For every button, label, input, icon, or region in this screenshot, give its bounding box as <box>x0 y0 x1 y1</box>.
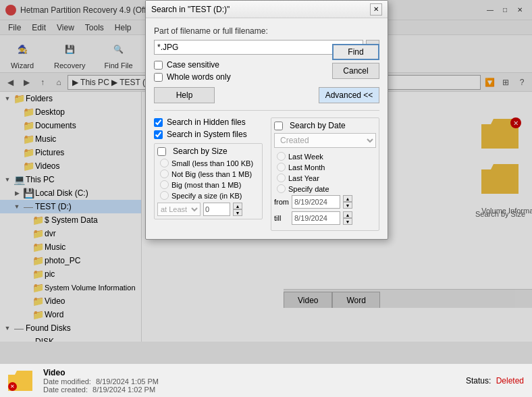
search-system-checkbox[interactable] <box>154 130 163 139</box>
size-small-row: Small (less than 100 KB) <box>157 159 259 167</box>
from-date-input[interactable] <box>292 195 340 209</box>
status-detail-2: Date created: 8/19/2024 1:02 PM <box>43 386 455 394</box>
till-date-input[interactable] <box>292 211 340 225</box>
size-spinners: ▲ ▼ <box>233 203 242 216</box>
dialog-title-bar: Search in "TEST (D:)" ✕ <box>146 1 388 18</box>
date-lastyear-radio[interactable] <box>277 174 286 182</box>
from-up-button[interactable]: ▲ <box>343 195 352 202</box>
date-lastyear-row: Last Year <box>274 174 376 182</box>
status-info: Video Date modified: 8/19/2024 1:05 PM D… <box>43 368 455 394</box>
search-system-label: Search in System files <box>167 130 247 139</box>
status-label: Status: <box>466 376 491 386</box>
modified-value: 8/19/2024 1:05 PM <box>96 377 159 386</box>
status-bar: ✕ Video Date modified: 8/19/2024 1:05 PM… <box>0 363 532 397</box>
advanced-button[interactable]: Advanced << <box>319 87 379 103</box>
date-lastmonth-label: Last Month <box>288 163 325 171</box>
date-till-row: till ▲ ▼ <box>274 211 376 225</box>
from-spinners: ▲ ▼ <box>343 195 352 209</box>
modified-label: Date modified: <box>43 377 91 386</box>
dialog-action-buttons: Find Cancel <box>332 44 379 79</box>
date-type-row: Created Modified Accessed <box>274 133 376 148</box>
search-hidden-label: Search in Hidden files <box>167 117 246 127</box>
date-type-select[interactable]: Created Modified Accessed <box>274 133 376 148</box>
date-lastmonth-radio[interactable] <box>277 163 286 171</box>
search-date-checkbox[interactable] <box>274 122 283 130</box>
size-value-row: at Least ▲ ▼ <box>157 203 259 216</box>
advanced-section: Search in Hidden files Search in System … <box>154 110 379 231</box>
size-specify-label: Specify a size (in KB) <box>171 192 242 200</box>
size-small-label: Small (less than 100 KB) <box>171 159 253 167</box>
case-sensitive-label: Case sensitive <box>167 60 219 70</box>
size-small-radio[interactable] <box>160 159 169 167</box>
date-lastweek-label: Last Week <box>288 153 323 161</box>
filename-label: Part of filename or full filename: <box>154 26 379 36</box>
search-date-label: Search by Date <box>290 121 346 130</box>
case-sensitive-checkbox[interactable] <box>154 61 163 70</box>
whole-words-label: Whole words only <box>167 72 231 82</box>
dialog-close-button[interactable]: ✕ <box>370 3 382 16</box>
date-specify-radio[interactable] <box>277 184 286 193</box>
search-system-row: Search in System files <box>154 130 263 139</box>
size-notbig-label: Not Big (less than 1 MB) <box>171 170 252 178</box>
size-big-label: Big (most than 1 MB) <box>171 181 241 189</box>
help-button[interactable]: Help <box>154 87 215 103</box>
size-atleast-select[interactable]: at Least <box>157 203 201 216</box>
search-size-title-row: Search by Size <box>157 147 259 156</box>
size-value-input[interactable] <box>203 203 230 216</box>
created-label: Date created: <box>43 386 88 394</box>
size-notbig-radio[interactable] <box>160 169 169 178</box>
size-big-radio[interactable] <box>160 180 169 189</box>
date-lastweek-row: Last Week <box>274 152 376 161</box>
search-hidden-row: Search in Hidden files <box>154 117 263 127</box>
date-specify-row: Specify date <box>274 184 376 193</box>
size-specify-row: Specify a size (in KB) <box>157 191 259 200</box>
search-hidden-checkbox[interactable] <box>154 118 163 127</box>
find-button[interactable]: Find <box>332 44 379 60</box>
from-down-button[interactable]: ▼ <box>343 202 352 209</box>
date-lastyear-label: Last Year <box>288 174 319 182</box>
search-size-checkbox[interactable] <box>157 147 166 156</box>
size-notbig-row: Not Big (less than 1 MB) <box>157 169 259 178</box>
date-specify-label: Specify date <box>288 185 329 193</box>
size-down-button[interactable]: ▼ <box>233 209 242 216</box>
size-big-row: Big (most than 1 MB) <box>157 180 259 189</box>
date-lastmonth-row: Last Month <box>274 163 376 171</box>
adv-left: Search in Hidden files Search in System … <box>154 117 263 231</box>
size-up-button[interactable]: ▲ <box>233 203 242 209</box>
status-value: Deleted <box>496 376 524 386</box>
till-spinners: ▲ ▼ <box>343 211 352 225</box>
till-down-button[interactable]: ▼ <box>343 218 352 225</box>
adv-right: Search by Date Created Modified Accessed… <box>271 117 379 231</box>
cancel-button[interactable]: Cancel <box>332 63 379 79</box>
dialog-body: Part of filename or full filename: ▼ Cas… <box>146 18 388 239</box>
search-size-label: Search by Size <box>173 147 228 156</box>
size-specify-radio[interactable] <box>160 191 169 200</box>
created-value: 8/19/2024 1:02 PM <box>92 386 155 394</box>
search-by-size-group: Search by Size Small (less than 100 KB) … <box>154 143 263 219</box>
status-deleted-badge: ✕ <box>8 382 17 391</box>
from-label: from <box>274 198 289 206</box>
search-date-title-row: Search by Date <box>274 121 376 130</box>
status-detail-1: Date modified: 8/19/2024 1:05 PM <box>43 377 455 386</box>
status-right: Status: Deleted <box>466 376 524 386</box>
till-up-button[interactable]: ▲ <box>343 211 352 218</box>
search-dialog: Search in "TEST (D:)" ✕ Part of filename… <box>145 0 388 240</box>
date-lastweek-radio[interactable] <box>277 152 286 161</box>
till-label: till <box>274 214 289 222</box>
search-by-date-group: Search by Date Created Modified Accessed… <box>271 117 379 231</box>
whole-words-checkbox[interactable] <box>154 73 163 82</box>
status-item-name: Video <box>43 368 455 377</box>
date-from-row: from ▲ ▼ <box>274 195 376 209</box>
dialog-title: Search in "TEST (D:)" <box>151 5 230 14</box>
help-advanced-row: Help Advanced << <box>154 87 379 103</box>
